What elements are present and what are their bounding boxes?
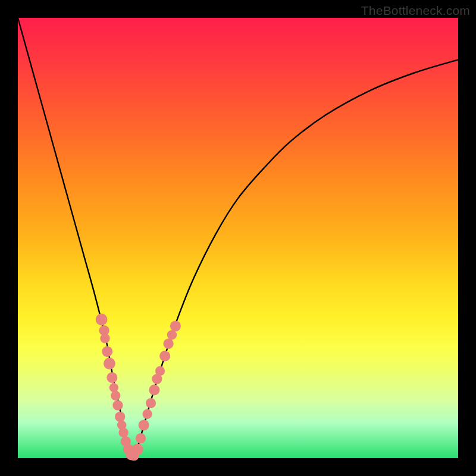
curve-dot — [167, 330, 177, 340]
curve-dots — [96, 314, 181, 461]
curve-dot — [163, 339, 173, 349]
curve-dot — [104, 358, 115, 369]
curve-dot — [118, 428, 128, 437]
curve-dot — [139, 419, 149, 430]
curve-dot — [100, 334, 109, 343]
curve-dot — [142, 409, 152, 419]
curve-dot — [146, 398, 156, 408]
curve-dot — [107, 372, 117, 383]
curve-dot — [159, 350, 170, 361]
chart-svg — [18, 18, 458, 458]
curve-dot — [102, 346, 112, 357]
curve-dot — [96, 314, 108, 325]
plot-area — [18, 18, 458, 458]
watermark-label: TheBottleneck.com — [361, 4, 470, 18]
curve-dot — [155, 366, 165, 375]
chart-frame: TheBottleneck.com — [0, 0, 476, 476]
curve-dot — [111, 391, 120, 400]
curve-dot — [112, 400, 123, 411]
curve-dot — [132, 444, 143, 455]
curve-dot — [115, 412, 125, 422]
curve-dot — [109, 383, 118, 392]
bottleneck-curve — [18, 18, 458, 456]
curve-dot — [136, 433, 146, 443]
curve-dot — [170, 321, 181, 331]
curve-dot — [149, 384, 159, 395]
